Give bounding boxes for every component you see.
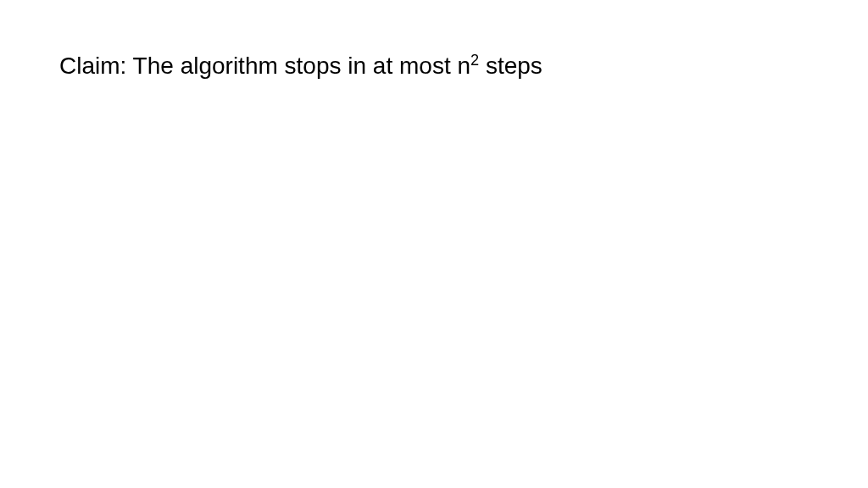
claim-text-suffix: steps [479,53,542,79]
claim-text-prefix: Claim: The algorithm stops in at most n [59,53,470,79]
claim-exponent: 2 [470,52,479,69]
claim-heading: Claim: The algorithm stops in at most n2… [59,51,809,81]
slide-container: Claim: The algorithm stops in at most n2… [0,0,868,488]
